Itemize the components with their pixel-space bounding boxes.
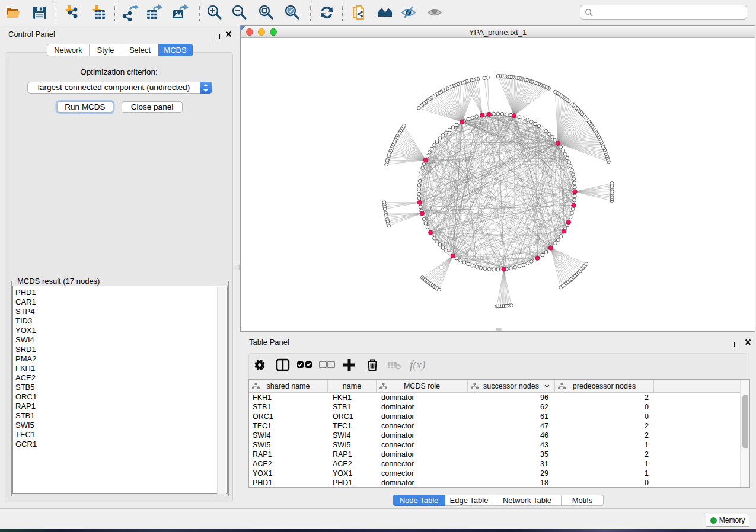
- svg-text:f(x): f(x): [410, 358, 425, 371]
